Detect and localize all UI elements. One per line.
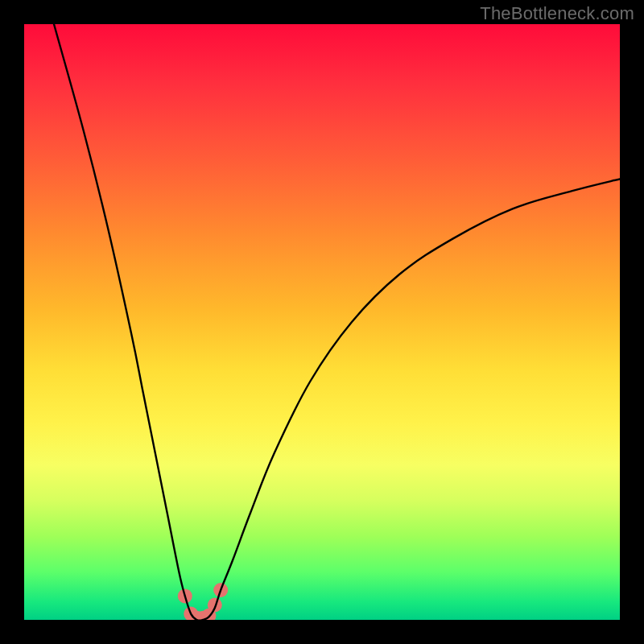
outer-frame: TheBottleneck.com [0, 0, 644, 644]
curve-svg [24, 24, 620, 620]
watermark-text: TheBottleneck.com [480, 3, 634, 24]
bottleneck-curve [54, 24, 620, 620]
plot-area [24, 24, 620, 620]
